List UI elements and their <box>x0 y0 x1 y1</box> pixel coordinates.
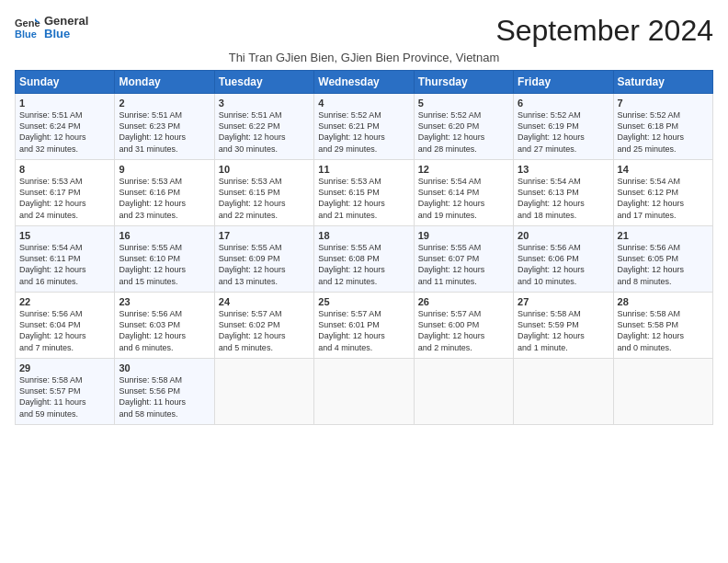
col-sunday: Sunday <box>16 71 115 94</box>
day-info: Sunrise: 5:54 AM Sunset: 6:12 PM Dayligh… <box>618 176 709 221</box>
title-area: September 2024 <box>495 15 713 47</box>
col-wednesday: Wednesday <box>314 71 414 94</box>
day-info: Sunrise: 5:52 AM Sunset: 6:19 PM Dayligh… <box>518 109 609 155</box>
calendar-cell: 22Sunrise: 5:56 AM Sunset: 6:04 PM Dayli… <box>16 293 115 359</box>
calendar-cell: 13Sunrise: 5:54 AM Sunset: 6:13 PM Dayli… <box>514 160 613 226</box>
day-number: 6 <box>518 98 609 109</box>
day-number: 8 <box>19 164 110 175</box>
calendar-cell: 20Sunrise: 5:56 AM Sunset: 6:06 PM Dayli… <box>514 226 613 293</box>
day-info: Sunrise: 5:56 AM Sunset: 6:03 PM Dayligh… <box>119 308 210 353</box>
logo-line2: Blue <box>44 28 88 40</box>
day-number: 5 <box>418 98 509 109</box>
day-number: 29 <box>19 362 110 373</box>
calendar-cell: 30Sunrise: 5:58 AM Sunset: 5:56 PM Dayli… <box>115 359 214 425</box>
day-number: 14 <box>618 164 709 175</box>
calendar-cell: 15Sunrise: 5:54 AM Sunset: 6:11 PM Dayli… <box>16 226 115 293</box>
day-info: Sunrise: 5:51 AM Sunset: 6:23 PM Dayligh… <box>119 109 210 155</box>
calendar-cell <box>613 359 712 425</box>
calendar-cell: 4Sunrise: 5:52 AM Sunset: 6:21 PM Daylig… <box>314 94 414 160</box>
calendar-cell <box>514 359 613 425</box>
calendar-cell: 26Sunrise: 5:57 AM Sunset: 6:00 PM Dayli… <box>414 293 513 359</box>
day-number: 7 <box>618 98 709 109</box>
day-info: Sunrise: 5:55 AM Sunset: 6:10 PM Dayligh… <box>119 242 210 287</box>
calendar-cell <box>214 359 313 425</box>
calendar-week-3: 15Sunrise: 5:54 AM Sunset: 6:11 PM Dayli… <box>16 226 713 293</box>
svg-text:General: General <box>15 17 40 29</box>
day-info: Sunrise: 5:58 AM Sunset: 5:58 PM Dayligh… <box>618 308 709 353</box>
calendar-page: General Blue General Blue September 2024… <box>0 0 728 432</box>
day-info: Sunrise: 5:56 AM Sunset: 6:05 PM Dayligh… <box>618 242 709 287</box>
day-info: Sunrise: 5:53 AM Sunset: 6:15 PM Dayligh… <box>318 176 409 221</box>
calendar-cell: 27Sunrise: 5:58 AM Sunset: 5:59 PM Dayli… <box>514 293 613 359</box>
day-number: 28 <box>618 296 709 307</box>
day-number: 3 <box>219 98 310 109</box>
day-number: 4 <box>318 98 409 109</box>
calendar-cell: 5Sunrise: 5:52 AM Sunset: 6:20 PM Daylig… <box>414 94 513 160</box>
day-info: Sunrise: 5:55 AM Sunset: 6:09 PM Dayligh… <box>219 242 310 287</box>
calendar-cell: 24Sunrise: 5:57 AM Sunset: 6:02 PM Dayli… <box>214 293 313 359</box>
day-info: Sunrise: 5:53 AM Sunset: 6:17 PM Dayligh… <box>19 176 110 221</box>
calendar-week-1: 1Sunrise: 5:51 AM Sunset: 6:24 PM Daylig… <box>16 94 713 160</box>
day-info: Sunrise: 5:53 AM Sunset: 6:15 PM Dayligh… <box>219 176 310 221</box>
calendar-cell: 3Sunrise: 5:51 AM Sunset: 6:22 PM Daylig… <box>214 94 313 160</box>
calendar-cell: 8Sunrise: 5:53 AM Sunset: 6:17 PM Daylig… <box>16 160 115 226</box>
day-info: Sunrise: 5:57 AM Sunset: 6:02 PM Dayligh… <box>219 308 310 353</box>
col-monday: Monday <box>115 71 214 94</box>
calendar-cell: 6Sunrise: 5:52 AM Sunset: 6:19 PM Daylig… <box>514 94 613 160</box>
day-number: 18 <box>318 230 409 241</box>
calendar-week-4: 22Sunrise: 5:56 AM Sunset: 6:04 PM Dayli… <box>16 293 713 359</box>
calendar-cell: 7Sunrise: 5:52 AM Sunset: 6:18 PM Daylig… <box>613 94 712 160</box>
calendar-cell: 17Sunrise: 5:55 AM Sunset: 6:09 PM Dayli… <box>214 226 313 293</box>
day-info: Sunrise: 5:54 AM Sunset: 6:14 PM Dayligh… <box>418 176 509 221</box>
calendar-cell: 18Sunrise: 5:55 AM Sunset: 6:08 PM Dayli… <box>314 226 414 293</box>
calendar-cell: 25Sunrise: 5:57 AM Sunset: 6:01 PM Dayli… <box>314 293 414 359</box>
day-number: 13 <box>518 164 609 175</box>
day-number: 22 <box>19 296 110 307</box>
calendar-cell: 12Sunrise: 5:54 AM Sunset: 6:14 PM Dayli… <box>414 160 513 226</box>
calendar-table: Sunday Monday Tuesday Wednesday Thursday… <box>15 70 713 425</box>
day-number: 27 <box>518 296 609 307</box>
day-info: Sunrise: 5:52 AM Sunset: 6:21 PM Dayligh… <box>318 109 409 155</box>
day-number: 30 <box>119 362 210 373</box>
day-number: 20 <box>518 230 609 241</box>
day-number: 21 <box>618 230 709 241</box>
calendar-cell <box>314 359 414 425</box>
day-info: Sunrise: 5:55 AM Sunset: 6:07 PM Dayligh… <box>418 242 509 287</box>
logo-icon: General Blue <box>15 15 40 40</box>
day-info: Sunrise: 5:54 AM Sunset: 6:11 PM Dayligh… <box>19 242 110 287</box>
calendar-week-5: 29Sunrise: 5:58 AM Sunset: 5:57 PM Dayli… <box>16 359 713 425</box>
logo-line1: General <box>44 15 88 28</box>
day-info: Sunrise: 5:58 AM Sunset: 5:59 PM Dayligh… <box>518 308 609 353</box>
col-tuesday: Tuesday <box>214 71 313 94</box>
day-info: Sunrise: 5:57 AM Sunset: 6:01 PM Dayligh… <box>318 308 409 353</box>
day-number: 23 <box>119 296 210 307</box>
day-number: 12 <box>418 164 509 175</box>
col-friday: Friday <box>514 71 613 94</box>
month-title: September 2024 <box>495 15 713 47</box>
day-number: 15 <box>19 230 110 241</box>
day-info: Sunrise: 5:58 AM Sunset: 5:56 PM Dayligh… <box>119 374 210 419</box>
day-number: 16 <box>119 230 210 241</box>
day-info: Sunrise: 5:54 AM Sunset: 6:13 PM Dayligh… <box>518 176 609 221</box>
calendar-cell: 1Sunrise: 5:51 AM Sunset: 6:24 PM Daylig… <box>16 94 115 160</box>
day-info: Sunrise: 5:52 AM Sunset: 6:20 PM Dayligh… <box>418 109 509 155</box>
day-number: 26 <box>418 296 509 307</box>
day-info: Sunrise: 5:58 AM Sunset: 5:57 PM Dayligh… <box>19 374 110 419</box>
day-number: 24 <box>219 296 310 307</box>
day-number: 25 <box>318 296 409 307</box>
calendar-cell: 2Sunrise: 5:51 AM Sunset: 6:23 PM Daylig… <box>115 94 214 160</box>
day-number: 2 <box>119 98 210 109</box>
svg-text:Blue: Blue <box>15 29 37 40</box>
day-info: Sunrise: 5:55 AM Sunset: 6:08 PM Dayligh… <box>318 242 409 287</box>
header-row: Sunday Monday Tuesday Wednesday Thursday… <box>16 71 713 94</box>
calendar-cell: 29Sunrise: 5:58 AM Sunset: 5:57 PM Dayli… <box>16 359 115 425</box>
day-number: 1 <box>19 98 110 109</box>
calendar-cell: 21Sunrise: 5:56 AM Sunset: 6:05 PM Dayli… <box>613 226 712 293</box>
day-info: Sunrise: 5:56 AM Sunset: 6:06 PM Dayligh… <box>518 242 609 287</box>
calendar-cell: 28Sunrise: 5:58 AM Sunset: 5:58 PM Dayli… <box>613 293 712 359</box>
calendar-cell: 14Sunrise: 5:54 AM Sunset: 6:12 PM Dayli… <box>613 160 712 226</box>
day-number: 19 <box>418 230 509 241</box>
calendar-cell: 16Sunrise: 5:55 AM Sunset: 6:10 PM Dayli… <box>115 226 214 293</box>
day-number: 17 <box>219 230 310 241</box>
day-number: 10 <box>219 164 310 175</box>
